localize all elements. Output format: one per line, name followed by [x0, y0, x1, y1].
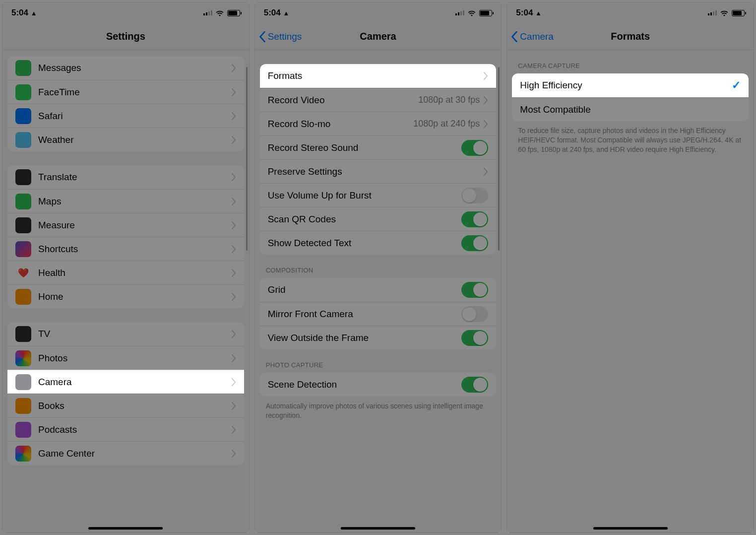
- setting-row-use-volume-up-for-burst[interactable]: Use Volume Up for Burst: [260, 183, 497, 207]
- row-label: Photos: [38, 353, 232, 364]
- status-time: 5:04: [11, 8, 28, 17]
- row-label: Books: [38, 401, 232, 411]
- option-label: High Efficiency: [520, 80, 732, 91]
- scrollbar[interactable]: [498, 67, 500, 251]
- settings-row-translate[interactable]: Translate: [7, 165, 244, 189]
- settings-row-home[interactable]: Home: [7, 284, 244, 308]
- settings-list[interactable]: MessagesFaceTimeSafariWeatherTranslateMa…: [2, 50, 249, 533]
- setting-row-record-slo-mo[interactable]: Record Slo-mo1080p at 240 fps: [260, 112, 497, 135]
- setting-row-record-stereo-sound[interactable]: Record Stereo Sound: [260, 135, 497, 159]
- gamecenter-icon: [15, 446, 31, 462]
- camera-settings-list[interactable]: FormatsRecord Video1080p at 30 fpsRecord…: [255, 50, 502, 533]
- home-indicator[interactable]: [88, 527, 163, 530]
- setting-row-mirror-front-camera[interactable]: Mirror Front Camera: [260, 302, 497, 326]
- toggle-switch[interactable]: [461, 188, 488, 203]
- setting-row-show-detected-text[interactable]: Show Detected Text: [260, 231, 497, 255]
- chevron-right-icon: [232, 402, 236, 410]
- settings-row-camera[interactable]: Camera: [7, 370, 244, 394]
- row-label: Camera: [38, 377, 232, 388]
- row-label: View Outside the Frame: [268, 333, 462, 343]
- chevron-right-icon: [232, 221, 236, 229]
- setting-row-formats[interactable]: Formats: [260, 64, 497, 88]
- toggle-switch[interactable]: [461, 282, 488, 298]
- chevron-right-icon: [232, 426, 236, 434]
- format-option-high-efficiency[interactable]: High Efficiency✓: [512, 73, 749, 97]
- photo-capture-header: PHOTO CAPTURE: [255, 349, 502, 373]
- messages-icon: [15, 60, 31, 76]
- books-icon: [15, 398, 31, 414]
- chevron-right-icon: [232, 64, 236, 72]
- chevron-right-icon: [232, 112, 236, 120]
- format-option-most-compatible[interactable]: Most Compatible: [512, 97, 749, 121]
- chevron-right-icon: [232, 293, 236, 301]
- setting-row-preserve-settings[interactable]: Preserve Settings: [260, 159, 497, 183]
- status-time: 5:04: [264, 8, 281, 17]
- setting-row-view-outside-the-frame[interactable]: View Outside the Frame: [260, 326, 497, 349]
- back-button[interactable]: Camera: [511, 31, 554, 42]
- settings-row-game-center[interactable]: Game Center: [7, 441, 244, 465]
- cellular-icon: [455, 10, 464, 15]
- toggle-switch[interactable]: [461, 330, 488, 346]
- home-indicator[interactable]: [593, 527, 668, 530]
- settings-row-photos[interactable]: Photos: [7, 346, 244, 370]
- chevron-right-icon: [232, 245, 236, 253]
- status-time: 5:04: [516, 8, 533, 17]
- chevron-right-icon: [232, 173, 236, 181]
- wifi-icon: [720, 9, 729, 16]
- formats-list[interactable]: CAMERA CAPTURE High Efficiency✓Most Comp…: [507, 50, 754, 533]
- battery-icon: [227, 10, 240, 16]
- back-button[interactable]: Settings: [259, 31, 302, 42]
- row-label: Game Center: [38, 448, 232, 459]
- setting-row-grid[interactable]: Grid: [260, 278, 497, 302]
- photos-icon: [15, 350, 31, 366]
- settings-row-shortcuts[interactable]: Shortcuts: [7, 237, 244, 261]
- setting-row-scene-detection[interactable]: Scene Detection: [260, 373, 497, 397]
- toggle-switch[interactable]: [461, 235, 488, 251]
- screen-camera: 5:04 ▲ Settings Camera FormatsRecord Vid…: [254, 2, 502, 533]
- toggle-switch[interactable]: [461, 306, 488, 322]
- settings-row-safari[interactable]: Safari: [7, 104, 244, 128]
- settings-row-podcasts[interactable]: Podcasts: [7, 417, 244, 441]
- nav-title: Camera: [360, 31, 396, 42]
- settings-row-health[interactable]: ❤️Health: [7, 261, 244, 284]
- home-indicator[interactable]: [341, 527, 415, 530]
- scrollbar[interactable]: [246, 67, 248, 251]
- toggle-switch[interactable]: [461, 377, 488, 393]
- settings-row-maps[interactable]: Maps: [7, 189, 244, 213]
- setting-row-scan-qr-codes[interactable]: Scan QR Codes: [260, 207, 497, 231]
- nav-bar: Camera Formats: [507, 23, 754, 50]
- chevron-right-icon: [232, 354, 236, 362]
- row-label: Record Video: [268, 95, 419, 106]
- maps-icon: [15, 194, 31, 209]
- settings-row-books[interactable]: Books: [7, 394, 244, 417]
- nav-bar: Settings: [2, 23, 249, 50]
- row-label: Translate: [38, 172, 232, 183]
- facetime-icon: [15, 84, 31, 100]
- settings-row-tv[interactable]: TV: [7, 322, 244, 346]
- settings-row-weather[interactable]: Weather: [7, 128, 244, 151]
- settings-row-measure[interactable]: Measure: [7, 213, 244, 237]
- row-label: TV: [38, 329, 232, 339]
- chevron-left-icon: [259, 31, 266, 42]
- cellular-icon: [203, 10, 212, 15]
- row-label: Podcasts: [38, 424, 232, 435]
- back-label: Settings: [268, 31, 302, 42]
- translate-icon: [15, 169, 31, 185]
- settings-row-messages[interactable]: Messages: [7, 56, 244, 80]
- toggle-switch[interactable]: [461, 211, 488, 227]
- row-label: Use Volume Up for Burst: [268, 190, 462, 201]
- chevron-right-icon: [484, 96, 488, 104]
- setting-row-record-video[interactable]: Record Video1080p at 30 fps: [260, 88, 497, 112]
- row-label: Scan QR Codes: [268, 214, 462, 225]
- formats-footer: To reduce file size, capture photos and …: [507, 121, 754, 156]
- podcasts-icon: [15, 422, 31, 438]
- row-label: Mirror Front Camera: [268, 309, 462, 320]
- nav-title: Formats: [611, 31, 650, 42]
- toggle-switch[interactable]: [461, 140, 488, 156]
- camera-icon: [15, 374, 31, 390]
- chevron-right-icon: [232, 198, 236, 205]
- shortcuts-icon: [15, 241, 31, 257]
- row-label: Grid: [268, 284, 462, 295]
- settings-row-facetime[interactable]: FaceTime: [7, 80, 244, 104]
- safari-icon: [15, 108, 31, 124]
